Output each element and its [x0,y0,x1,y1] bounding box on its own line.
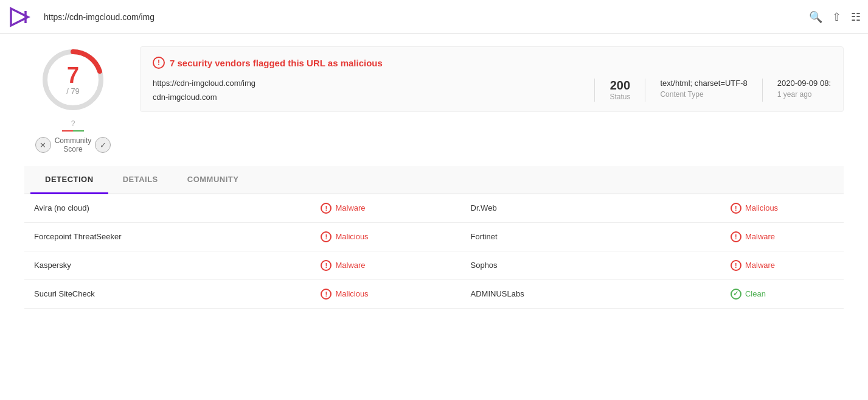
status-right: ! Malware [721,222,844,251]
vendor-left: Sucuri SiteCheck [24,279,311,308]
status-badge: ! Malware [731,231,834,242]
tab-community[interactable]: COMMUNITY [173,166,254,194]
thumbs-down-button[interactable]: ✕ [35,137,51,153]
alert-url: https://cdn-imgcloud.com/img [153,79,580,88]
alert-meta: https://cdn-imgcloud.com/img cdn-imgclou… [153,79,831,102]
alert-domain: cdn-imgcloud.com [153,93,580,102]
community-score-row: ✕ CommunityScore ✓ [35,136,111,154]
meta-divider-2 [645,79,645,102]
vendor-left: Forcepoint ThreatSeeker [24,222,311,251]
status-text: Malicious [335,289,368,298]
table-row: Sucuri SiteCheck ! Malicious ADMINUSLabs… [24,279,844,308]
content-type-label: Content Type [660,90,747,99]
status-icon: ! [321,231,332,242]
top-section: 7 / 79 ? ✕ CommunityScore ✓ ! 7 security… [24,46,844,154]
vendor-left: Kaspersky [24,251,311,279]
table-row: Forcepoint ThreatSeeker ! Malicious Fort… [24,222,844,251]
community-score-section: ? ✕ CommunityScore ✓ [35,119,111,154]
community-score-label: CommunityScore [55,136,92,154]
status-left: ! Malicious [311,279,434,308]
status-icon: ! [731,231,741,242]
search-icon[interactable]: 🔍 [809,10,822,24]
status-right: ! Malicious [721,194,844,223]
logo[interactable] [7,5,32,29]
status-icon: ! [321,203,332,214]
status-badge: ! Malware [731,260,834,271]
status-right: ✓ Clean [721,279,844,308]
status-text: Malware [745,232,775,241]
topbar: https://cdn-imgcloud.com/img 🔍 ⇧ ☷ [0,0,868,34]
status-text: Malware [335,203,365,212]
status-badge: ! Malicious [321,231,424,242]
status-code: 200 [609,79,630,93]
status-right: ! Malware [721,251,844,279]
meta-divider-1 [594,79,595,102]
status-badge: ! Malware [321,260,424,271]
status-left: ! Malware [311,194,434,223]
status-text: Malicious [335,232,368,241]
status-icon: ! [731,260,741,271]
content-type-block: text/html; charset=UTF-8 Content Type [660,79,747,102]
status-text: Malware [335,261,365,270]
status-left: ! Malicious [311,222,434,251]
status-icon: ! [321,260,332,271]
status-text: Malicious [745,203,778,212]
topbar-actions: 🔍 ⇧ ☷ [809,10,861,24]
alert-title: ! 7 security vendors flagged this URL as… [153,57,831,69]
vendor-right: Fortinet [434,222,721,251]
status-icon: ✓ [731,289,741,300]
status-block: 200 Status [609,79,630,102]
table-row: Avira (no cloud) ! Malware Dr.Web ! Mali… [24,194,844,223]
status-badge: ! Malicious [731,203,834,214]
status-badge: ! Malware [321,203,424,214]
alert-text: 7 security vendors flagged this URL as m… [170,58,383,68]
score-text: 7 / 79 [66,65,80,96]
status-text: Malware [745,261,775,270]
status-icon: ! [321,289,332,300]
url-block: https://cdn-imgcloud.com/img cdn-imgclou… [153,79,580,102]
score-denominator: / 79 [66,86,80,96]
alert-icon: ! [153,57,165,69]
vendor-right: ADMINUSLabs [434,279,721,308]
meta-divider-3 [762,79,763,102]
alert-box: ! 7 security vendors flagged this URL as… [140,46,844,112]
status-left: ! Malware [311,251,434,279]
status-badge: ✓ Clean [731,289,834,300]
status-icon: ! [731,203,741,214]
tab-details[interactable]: DETAILS [108,166,173,194]
content-type-value: text/html; charset=UTF-8 [660,79,747,88]
status-label: Status [609,93,630,101]
status-badge: ! Malicious [321,289,424,300]
date-block: 2020-09-09 08: 1 year ago [777,79,831,102]
tabs-bar: DETECTION DETAILS COMMUNITY [24,166,844,194]
status-text: Clean [745,289,766,298]
grid-icon[interactable]: ☷ [851,10,861,24]
url-display: https://cdn-imgcloud.com/img [38,9,803,26]
vendor-right: Sophos [434,251,721,279]
vendor-right: Dr.Web [434,194,721,223]
question-mark: ? [71,119,75,128]
main-content: 7 / 79 ? ✕ CommunityScore ✓ ! 7 security… [0,34,868,321]
tab-detection[interactable]: DETECTION [30,166,108,194]
detection-table: Avira (no cloud) ! Malware Dr.Web ! Mali… [24,194,844,309]
table-row: Kaspersky ! Malware Sophos ! Malware [24,251,844,279]
thumbs-up-button[interactable]: ✓ [95,137,111,153]
score-number: 7 [66,65,80,86]
date-ago: 1 year ago [777,90,831,99]
share-icon[interactable]: ⇧ [832,10,841,24]
community-divider [62,130,84,132]
score-circle: 7 / 79 [40,46,106,113]
date-value: 2020-09-09 08: [777,79,831,88]
score-container: 7 / 79 ? ✕ CommunityScore ✓ [24,46,122,154]
vendor-left: Avira (no cloud) [24,194,311,223]
